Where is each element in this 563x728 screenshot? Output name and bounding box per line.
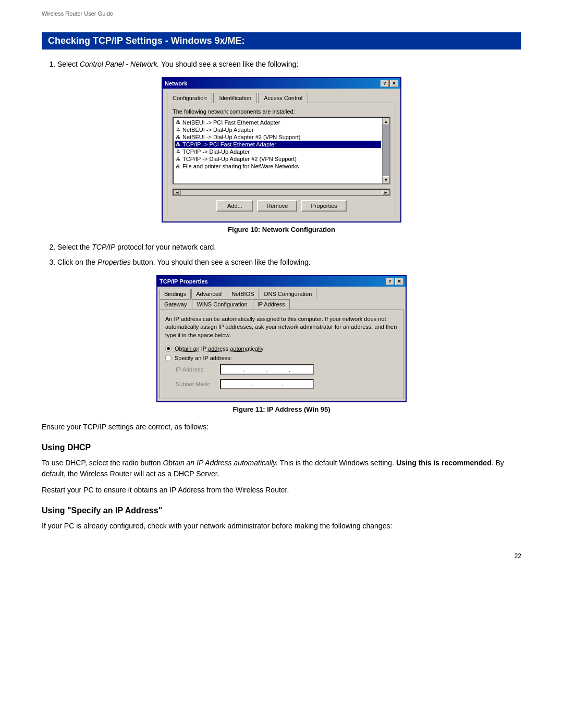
add-button[interactable]: Add... (216, 200, 253, 212)
tab-gateway[interactable]: Gateway (160, 299, 191, 310)
tcpip-tabs-row2: Gateway WINS Configuration IP Address (157, 299, 406, 310)
list-item[interactable]: 🖧 TCP/IP -> Dial-Up Adapter (175, 148, 381, 155)
step-2: Select the TCP/IP protocol for your netw… (57, 242, 521, 253)
scroll-up[interactable]: ▲ (383, 118, 389, 125)
properties-button[interactable]: Properties (301, 200, 346, 212)
using-dhcp-title: Using DHCP (42, 443, 521, 452)
list-item[interactable]: 🖧 NetBEUI -> Dial-Up Adapter (175, 126, 381, 133)
header-title: Wireless Router User Guide (42, 10, 113, 17)
using-dhcp-body: To use DHCP, select the radio button Obt… (42, 458, 521, 479)
network-dialog: Network ? ✕ Configuration Identification… (162, 77, 401, 223)
step-1: Select Control Panel - Network. You shou… (57, 59, 521, 70)
figure10-caption: Figure 10: Network Configuration (42, 226, 521, 233)
list-item[interactable]: 🖧 NetBEUI -> Dial-Up Adapter #2 (VPN Sup… (175, 133, 381, 141)
tcpip-tabs-row1: Bindings Advanced NetBIOS DNS Configurat… (157, 287, 406, 299)
close-button[interactable]: ✕ (390, 80, 398, 87)
step-3: Click on the Properties button. You shou… (57, 257, 521, 268)
tab-ip-address[interactable]: IP Address (253, 299, 290, 310)
scroll-left[interactable]: ◄ (174, 190, 181, 195)
network-list: 🖧 NetBEUI -> PCI Fast Ethernet Adapter 🖧… (174, 118, 382, 183)
list-item[interactable]: 🖨 File and printer sharing for NetWare N… (175, 163, 381, 170)
using-dhcp-body2: Restart your PC to ensure it obtains an … (42, 485, 521, 496)
titlebar-buttons: ? ✕ (381, 80, 398, 87)
tab-wins-configuration[interactable]: WINS Configuration (192, 299, 252, 310)
radio-obtain-label: Obtain an IP address automatically (175, 346, 263, 352)
scroll-down[interactable]: ▼ (383, 176, 389, 183)
radio-specify-circle[interactable] (165, 355, 172, 361)
list-item-selected[interactable]: 🖧 TCP/IP -> PCI Fast Ethernet Adapter (175, 141, 381, 148)
using-specify-body: If your PC is already configured, check … (42, 521, 521, 532)
network-dialog-title: Network (165, 80, 187, 87)
document-header: Wireless Router User Guide (42, 10, 521, 17)
page-number: 22 (42, 552, 521, 560)
radio-obtain-circle[interactable] (165, 346, 172, 352)
radio-obtain[interactable]: Obtain an IP address automatically (165, 346, 398, 352)
list-item[interactable]: 🖧 NetBEUI -> PCI Fast Ethernet Adapter (175, 119, 381, 126)
tcpip-titlebar: TCP/IP Properties ? ✕ (157, 276, 406, 287)
network-tabs: Configuration Identification Access Cont… (167, 93, 396, 103)
network-buttons: Add... Remove Properties (173, 200, 390, 212)
scroll-track (383, 125, 389, 176)
ip-address-label: IP Address: (176, 366, 220, 373)
network-dialog-body: Configuration Identification Access Cont… (163, 89, 400, 221)
tcpip-close-button[interactable]: ✕ (395, 278, 403, 285)
tcpip-description: An IP address can be automatically assig… (165, 315, 398, 339)
tcpip-dialog-title: TCP/IP Properties (160, 278, 208, 285)
tcpip-titlebar-buttons: ? ✕ (386, 278, 403, 285)
list-label: The following network components are ins… (173, 108, 390, 115)
remove-button[interactable]: Remove (257, 200, 297, 212)
tab-advanced[interactable]: Advanced (191, 289, 226, 299)
scroll-right[interactable]: ► (382, 190, 389, 195)
tcpip-help-button[interactable]: ? (386, 278, 394, 285)
radio-specify-label: Specify an IP address: (175, 355, 232, 361)
ensure-text: Ensure your TCP/IP settings are correct,… (42, 422, 521, 433)
tab-dns-configuration[interactable]: DNS Configuration (260, 289, 317, 299)
tcpip-content: An IP address can be automatically assig… (160, 310, 403, 399)
help-button[interactable]: ? (381, 80, 389, 87)
tab-identification[interactable]: Identification (213, 93, 257, 103)
figure11-caption: Figure 11: IP Address (Win 95) (42, 405, 521, 413)
list-item[interactable]: 🖧 TCP/IP -> Dial-Up Adapter #2 (VPN Supp… (175, 155, 381, 163)
scrollbar[interactable]: ▲ ▼ (382, 118, 389, 183)
tab-access-control[interactable]: Access Control (258, 93, 308, 103)
tcpip-dialog-container: TCP/IP Properties ? ✕ Bindings Advanced … (42, 275, 521, 402)
subnet-mask-label: Subnet Mask: (176, 381, 220, 387)
radio-specify[interactable]: Specify an IP address: (165, 355, 398, 361)
tcpip-dialog: TCP/IP Properties ? ✕ Bindings Advanced … (156, 275, 407, 402)
section-title: Checking TCP/IP Settings - Windows 9x/ME… (42, 32, 521, 50)
subnet-mask-input: . . (220, 379, 314, 389)
using-specify-title: Using "Specify an IP Address" (42, 506, 521, 515)
ip-address-input: . . . (220, 364, 314, 375)
h-scrollbar[interactable]: ◄ ► (173, 189, 390, 196)
tab-content: The following network components are ins… (167, 103, 396, 217)
network-titlebar: Network ? ✕ (163, 78, 400, 89)
ip-address-row: IP Address: . . . (165, 364, 398, 375)
network-dialog-container: Network ? ✕ Configuration Identification… (42, 77, 521, 223)
tab-bindings[interactable]: Bindings (160, 289, 191, 299)
subnet-mask-row: Subnet Mask: . . (165, 379, 398, 389)
tab-configuration[interactable]: Configuration (167, 93, 212, 103)
tab-netbios[interactable]: NetBIOS (227, 289, 259, 299)
